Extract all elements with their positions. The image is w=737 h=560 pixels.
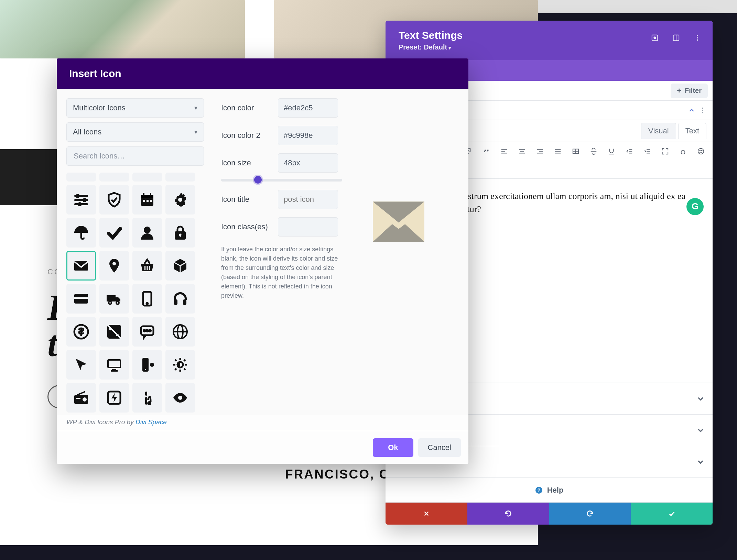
dollar-circle-icon[interactable]	[66, 317, 96, 347]
flash-box-icon[interactable]	[99, 383, 129, 413]
cursor-icon[interactable]	[66, 350, 96, 380]
credit-card-icon[interactable]	[66, 284, 96, 314]
package-icon[interactable]	[165, 251, 195, 281]
icon-category-select[interactable]: Multicolor Icons ▾	[66, 98, 204, 118]
tablet-icon[interactable]	[132, 284, 162, 314]
emoji-icon[interactable]	[694, 144, 708, 158]
globe-icon[interactable]	[165, 317, 195, 347]
filter-label: Filter	[685, 87, 702, 95]
icon-classes-input[interactable]	[278, 217, 338, 237]
user-icon[interactable]	[132, 218, 162, 248]
shield-check-icon[interactable]	[99, 185, 129, 215]
filter-button[interactable]: + Filter	[671, 84, 708, 98]
credit-link[interactable]: Divi Space	[136, 418, 167, 426]
mail-icon	[373, 201, 424, 242]
grammarly-badge[interactable]: G	[686, 198, 704, 215]
icon-size-slider[interactable]	[221, 179, 342, 182]
svg-rect-72	[180, 235, 181, 237]
gear-icon[interactable]	[165, 185, 195, 215]
lowercase-i-icon[interactable]	[132, 383, 162, 413]
panel-undo-button[interactable]	[467, 503, 549, 525]
umbrella-icon[interactable]	[66, 218, 96, 248]
table-icon[interactable]	[568, 144, 583, 158]
svg-point-111	[178, 396, 182, 400]
placeholder-icon[interactable]	[99, 173, 129, 182]
icon-title-input[interactable]	[278, 190, 338, 209]
plus-minus-icon[interactable]	[99, 317, 129, 347]
icon-color-input[interactable]	[278, 98, 338, 118]
placeholder-icon[interactable]	[165, 173, 195, 182]
placeholder-icon[interactable]	[66, 173, 96, 182]
mail-icon[interactable]	[66, 251, 96, 281]
strikethrough-icon[interactable]	[586, 144, 601, 158]
icon-filter-value: All Icons	[73, 128, 101, 136]
radio-icon[interactable]	[66, 383, 96, 413]
fullscreen-editor-icon[interactable]	[658, 144, 672, 158]
icon-color2-label: Icon color 2	[221, 131, 271, 140]
truck-icon[interactable]	[99, 284, 129, 314]
phone-dot-icon[interactable]	[132, 350, 162, 380]
fullscreen-icon[interactable]	[648, 31, 662, 45]
sun-icon[interactable]	[165, 350, 195, 380]
align-right-icon[interactable]	[533, 144, 547, 158]
quote-icon[interactable]	[479, 144, 494, 158]
bg-italic-line2: t	[47, 323, 57, 364]
underline-icon[interactable]	[604, 144, 619, 158]
svg-point-68	[178, 198, 182, 202]
editor-tab-visual[interactable]: Visual	[641, 123, 676, 139]
calendar-icon[interactable]	[132, 185, 162, 215]
icon-size-input[interactable]	[278, 153, 338, 173]
headphones-icon[interactable]	[165, 284, 195, 314]
svg-rect-65	[150, 200, 152, 202]
chevron-down-icon	[696, 426, 705, 435]
row-more-icon[interactable]	[699, 107, 706, 114]
svg-rect-80	[107, 295, 116, 301]
map-pin-icon[interactable]	[99, 251, 129, 281]
panel-close-button[interactable]	[386, 503, 467, 525]
special-char-icon[interactable]	[676, 144, 690, 158]
chat-dots-icon[interactable]	[132, 317, 162, 347]
icon-title-label: Icon title	[221, 195, 271, 204]
check-icon	[668, 510, 675, 517]
svg-text:?: ?	[537, 487, 540, 493]
preset-dropdown[interactable]: Preset: Default	[399, 43, 463, 51]
svg-rect-79	[74, 297, 88, 299]
help-link[interactable]: ? Help	[386, 478, 713, 503]
slider-thumb[interactable]	[254, 176, 262, 184]
lock-icon[interactable]	[165, 218, 195, 248]
svg-point-82	[116, 301, 119, 304]
modal-footer: Ok Cancel	[57, 431, 468, 464]
panel-save-button[interactable]	[631, 503, 713, 525]
more-vertical-icon[interactable]	[691, 31, 704, 45]
svg-point-58	[76, 194, 80, 198]
editor-tab-text[interactable]: Text	[678, 123, 706, 139]
icon-color2-input[interactable]	[278, 126, 338, 145]
indent-icon[interactable]	[640, 144, 654, 158]
outdent-icon[interactable]	[622, 144, 637, 158]
cancel-button[interactable]: Cancel	[418, 438, 461, 457]
check-icon[interactable]	[99, 218, 129, 248]
align-justify-icon[interactable]	[551, 144, 565, 158]
help-icon: ?	[535, 486, 543, 494]
svg-rect-64	[147, 200, 149, 202]
svg-point-102	[150, 363, 154, 367]
text-settings-header: Text Settings Preset: Default	[386, 21, 713, 60]
icon-search-input[interactable]	[73, 151, 197, 161]
panel-redo-button[interactable]	[549, 503, 631, 525]
align-center-icon[interactable]	[515, 144, 529, 158]
icon-filter-select[interactable]: All Icons ▾	[66, 122, 204, 142]
monitor-icon[interactable]	[99, 350, 129, 380]
text-settings-title: Text Settings	[399, 30, 463, 41]
split-view-icon[interactable]	[669, 31, 683, 45]
ok-button[interactable]: Ok	[373, 438, 413, 457]
collapse-up-icon[interactable]	[688, 107, 695, 114]
svg-rect-63	[143, 200, 145, 202]
icon-preview-area	[338, 98, 459, 413]
basket-icon[interactable]	[132, 251, 162, 281]
placeholder-icon[interactable]	[132, 173, 162, 182]
sliders-icon[interactable]	[66, 185, 96, 215]
eye-icon[interactable]	[165, 383, 195, 413]
modal-credit: WP & Divi Icons Pro by Divi Space	[57, 415, 468, 431]
align-left-icon[interactable]	[497, 144, 511, 158]
svg-point-84	[147, 303, 148, 304]
